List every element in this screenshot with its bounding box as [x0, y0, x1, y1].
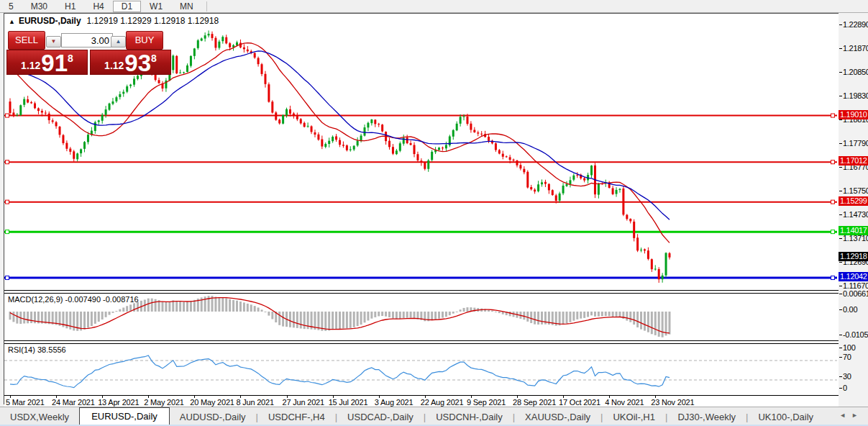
chart-tabs-bar: USDX,WeeklyEURUSD-,DailyAUDUSD-,Daily|US… — [0, 407, 868, 425]
chart-symbol-period: EURUSD-,Daily — [19, 16, 81, 26]
sell-price-big: 91 — [41, 53, 68, 74]
level-handle[interactable] — [6, 276, 9, 280]
price-axis-tick: 1.14730 — [843, 210, 868, 219]
timeframe-button-h1[interactable]: H1 — [56, 1, 84, 12]
tab-scroll-arrows[interactable]: ◄► — [839, 412, 864, 419]
rsi-axis-tick: 100 — [843, 343, 855, 352]
rsi-value: 38.5556 — [37, 345, 66, 354]
chart-tab-uk100-daily[interactable]: UK100-,Daily — [748, 409, 823, 425]
price-flag-1.14017: 1.14017 — [839, 226, 868, 235]
toolbar-separator — [206, 1, 207, 12]
tab-scroll-right-icon[interactable]: ► — [851, 412, 864, 419]
timeframe-button-d1[interactable]: D1 — [113, 1, 141, 12]
macd-pane: MACD(12,26,9) -0.007490 -0.008716 — [4, 294, 839, 340]
chart-tab-dj30-weekly[interactable]: DJ30-,Weekly — [667, 409, 746, 425]
date-label: 9 Sep 2021 — [467, 398, 506, 407]
sell-price-display[interactable]: 1.12 91 8 — [6, 50, 88, 75]
price-axis-tick: 1.20850 — [843, 68, 868, 76]
buy-button[interactable]: BUY — [126, 31, 163, 50]
chart-tab-eurusd-daily[interactable]: EURUSD-,Daily — [79, 407, 170, 425]
level-handle[interactable] — [831, 200, 835, 204]
date-label: 4 Nov 2021 — [605, 398, 644, 407]
buy-price-sup: 8 — [151, 53, 157, 64]
price-axis-tick: 1.21870 — [843, 44, 868, 53]
price-flag-1.17012: 1.17012 — [839, 156, 868, 166]
macd-axis-tick: 0.006611 — [843, 289, 868, 298]
horizontal-level-lines[interactable] — [4, 114, 837, 279]
chart-tab-usdchf-h4[interactable]: USDCHF-,H4 — [258, 409, 335, 425]
level-handle[interactable] — [831, 276, 835, 280]
level-handle[interactable] — [831, 114, 835, 117]
price-axis-tick: 1.15750 — [843, 186, 868, 195]
rsi-level-lines — [4, 361, 837, 380]
price-axis-tick: 1.17790 — [843, 139, 868, 148]
level-handle[interactable] — [831, 160, 835, 164]
level-handle[interactable] — [6, 200, 9, 204]
buy-price-prefix: 1.12 — [104, 60, 124, 71]
sell-button[interactable]: SELL — [8, 31, 45, 50]
macd-axis-tick: -0.01059 — [843, 330, 868, 339]
chart-window: ▲EURUSD-,Daily1.12919 1.12929 1.12918 1.… — [4, 13, 839, 404]
price-axis-tick: 1.22890 — [843, 20, 868, 29]
level-handle[interactable] — [6, 160, 9, 164]
timeframe-toolbar: 5M30H1H4D1W1MN — [0, 0, 868, 13]
macd-values: -0.007490 -0.008716 — [65, 295, 138, 304]
buy-price-display[interactable]: 1.12 93 8 — [90, 50, 171, 75]
rsi-pane: RSI(14) 38.5556 — [4, 344, 839, 395]
ma-slow-line[interactable] — [10, 51, 670, 219]
chart-tab-audusd-daily[interactable]: AUDUSD-,Daily — [170, 409, 256, 425]
volume-input[interactable] — [61, 33, 113, 47]
level-handle[interactable] — [6, 230, 9, 234]
timeframe-button-h4[interactable]: H4 — [84, 1, 112, 12]
rsi-label: RSI(14) 38.5556 — [8, 345, 66, 354]
chart-tab-ukoil-h1[interactable]: UKOil-,H1 — [603, 409, 665, 425]
sell-price-prefix: 1.12 — [21, 60, 40, 71]
date-label: 8 Jun 2021 — [236, 398, 273, 407]
volume-down-button[interactable]: ▼ — [46, 36, 61, 47]
price-axis[interactable]: 1.228901.218701.208501.198301.188101.177… — [839, 13, 868, 404]
price-flag-1.19010: 1.19010 — [839, 110, 868, 119]
timeframe-button-mn[interactable]: MN — [171, 1, 202, 12]
price-flag-1.12042: 1.12042 — [839, 272, 868, 281]
date-label: 28 Sep 2021 — [513, 398, 556, 407]
date-label: 2 May 2021 — [144, 398, 183, 407]
timeframe-button-w1[interactable]: W1 — [141, 1, 171, 12]
timeframe-button-5[interactable]: 5 — [0, 1, 22, 12]
macd-axis-tick: 0.00 — [843, 305, 857, 314]
rsi-axis-tick: 30 — [843, 372, 851, 381]
date-label: 24 Mar 2021 — [52, 398, 95, 407]
date-label: 23 Nov 2021 — [651, 398, 694, 407]
timeframe-button-m30[interactable]: M30 — [22, 1, 56, 12]
price-axis-tick: 1.19830 — [843, 91, 868, 100]
date-axis[interactable]: 5 Mar 202124 Mar 202113 Apr 20212 May 20… — [4, 395, 839, 407]
buy-price-big: 93 — [124, 53, 151, 74]
price-flag-1.15299: 1.15299 — [839, 196, 868, 206]
chart-tab-usdcad-daily[interactable]: USDCAD-,Daily — [337, 409, 424, 425]
macd-label: MACD(12,26,9) -0.007490 -0.008716 — [8, 295, 139, 304]
date-label: 22 Aug 2021 — [421, 398, 464, 407]
date-label: 20 May 2021 — [190, 398, 234, 407]
date-label: 13 Apr 2021 — [98, 398, 139, 407]
price-flag-1.12918: 1.12918 — [839, 252, 868, 261]
tab-scroll-left-icon[interactable]: ◄ — [839, 412, 851, 419]
one-click-trade-panel: SELL ▼ ▲ BUY 1.12 91 8 1.12 93 8 — [6, 30, 172, 74]
level-handle[interactable] — [831, 230, 835, 234]
rsi-canvas[interactable] — [4, 344, 837, 395]
chart-title: ▲EURUSD-,Daily1.12919 1.12929 1.12918 1.… — [9, 16, 219, 26]
date-label: 17 Oct 2021 — [559, 398, 600, 407]
chart-ohlc-values: 1.12919 1.12929 1.12918 1.12918 — [87, 16, 219, 26]
date-label: 15 Jul 2021 — [329, 398, 368, 407]
date-label: 27 Jun 2021 — [283, 398, 324, 407]
chart-tab-usdcnh-daily[interactable]: USDCNH-,Daily — [426, 409, 512, 425]
mt4-terminal: 5M30H1H4D1W1MN ▲EURUSD-,Daily1.12919 1.1… — [0, 0, 868, 426]
chart-collapse-icon[interactable]: ▲ — [9, 18, 15, 25]
date-label: 5 Mar 2021 — [6, 398, 45, 407]
sell-price-sup: 8 — [68, 53, 73, 64]
rsi-axis-tick: 70 — [843, 353, 851, 361]
date-label: 3 Aug 2021 — [375, 398, 414, 407]
rsi-axis-tick: 0 — [843, 384, 847, 392]
chart-tab-usdx-weekly[interactable]: USDX,Weekly — [0, 409, 79, 425]
level-handle[interactable] — [6, 114, 9, 117]
volume-up-button[interactable]: ▲ — [111, 36, 126, 47]
chart-tab-xauusd-daily[interactable]: XAUUSD-,Daily — [515, 409, 600, 425]
